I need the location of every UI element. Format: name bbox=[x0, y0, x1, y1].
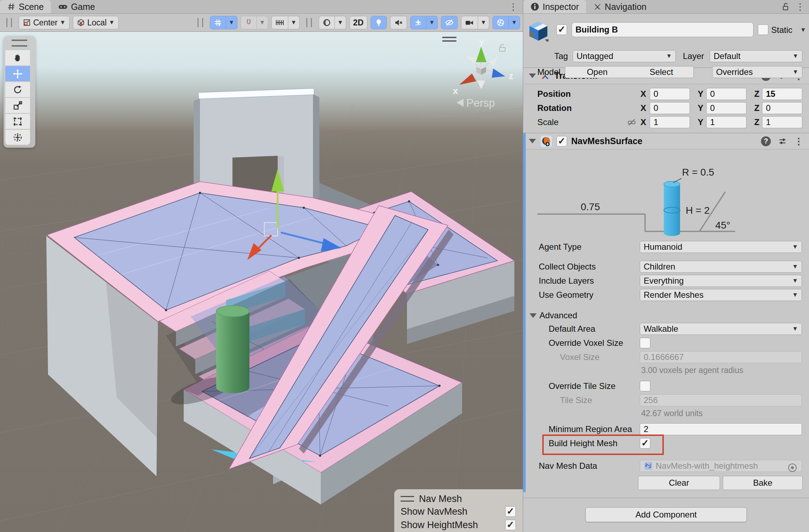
persp-label[interactable]: Persp bbox=[466, 97, 495, 109]
position-y-value: 0 bbox=[710, 89, 715, 99]
static-checkbox[interactable] bbox=[758, 24, 768, 35]
lighting-toggle[interactable] bbox=[371, 16, 387, 29]
show-heightmesh-checkbox[interactable] bbox=[505, 520, 516, 530]
grid-visibility-button[interactable]: Y bbox=[210, 16, 226, 29]
link-broken-icon[interactable] bbox=[627, 118, 636, 127]
position-x-value: 0 bbox=[654, 89, 658, 99]
chevron-down-icon: ▼ bbox=[429, 19, 435, 26]
layer-dropdown[interactable]: Default▼ bbox=[710, 50, 802, 62]
diagram-radius-label: R = 0.5 bbox=[682, 167, 714, 178]
foldout-icon[interactable] bbox=[529, 139, 536, 143]
object-picker-icon[interactable] bbox=[788, 463, 797, 472]
position-y-field[interactable]: 0 bbox=[706, 88, 746, 100]
nav-mesh-data-field[interactable]: NavMesh-with_heightmesh bbox=[640, 460, 802, 472]
min-region-field[interactable]: 2 bbox=[640, 423, 802, 435]
agent-type-dropdown[interactable]: Humanoid▼ bbox=[640, 241, 802, 253]
include-layers-dropdown[interactable]: Everything▼ bbox=[640, 275, 802, 287]
chevron-down-icon: ▼ bbox=[259, 19, 265, 26]
tool-hand[interactable] bbox=[5, 50, 30, 65]
collect-objects-dropdown[interactable]: Children▼ bbox=[640, 261, 802, 273]
snap-options-caret[interactable]: ▼ bbox=[257, 16, 268, 29]
draw-mode-caret[interactable]: ▼ bbox=[335, 16, 346, 29]
voxel-size-row: Voxel Size 0.1666667 bbox=[523, 350, 809, 364]
chevron-down-icon: ▼ bbox=[511, 19, 517, 26]
tool-rect[interactable] bbox=[5, 114, 30, 129]
static-caret-icon[interactable]: ▼ bbox=[800, 26, 806, 34]
scene-tab-menu-icon[interactable]: ⋮ bbox=[509, 2, 518, 11]
snap-increment-button[interactable] bbox=[271, 16, 288, 29]
nav-mesh-data-row: Nav Mesh Data NavMesh-with_heightmesh bbox=[523, 459, 809, 473]
rotation-z-field[interactable]: 0 bbox=[762, 102, 802, 114]
draw-mode-button[interactable] bbox=[319, 16, 335, 29]
clear-label: Clear bbox=[669, 478, 689, 488]
overlay-grip-icon[interactable] bbox=[401, 496, 414, 502]
tag-dropdown[interactable]: Untagged▼ bbox=[573, 50, 676, 62]
clear-button[interactable]: Clear bbox=[638, 476, 720, 490]
bake-button[interactable]: Bake bbox=[723, 476, 803, 490]
2d-toggle[interactable]: 2D bbox=[349, 16, 367, 29]
scene-viewport[interactable]: y x z Persp bbox=[0, 32, 523, 532]
model-open-button[interactable]: Open bbox=[565, 66, 630, 78]
scale-z-value: 1 bbox=[766, 117, 770, 127]
camera-settings-caret[interactable]: ▼ bbox=[478, 16, 489, 29]
foldout-icon[interactable] bbox=[529, 73, 536, 78]
tool-move[interactable] bbox=[5, 66, 30, 81]
tool-transform[interactable] bbox=[5, 130, 30, 145]
axis-y-label: Y bbox=[698, 89, 703, 99]
tab-game[interactable]: Game bbox=[51, 0, 102, 13]
tool-scale[interactable] bbox=[5, 98, 30, 113]
inspector-menu-icon[interactable]: ⋮ bbox=[796, 2, 805, 11]
rotation-y-field[interactable]: 0 bbox=[706, 102, 746, 114]
gizmos-toggle[interactable] bbox=[492, 16, 509, 29]
gizmo-center-handle[interactable] bbox=[264, 223, 278, 236]
snap-button[interactable] bbox=[241, 16, 257, 29]
lock-icon[interactable] bbox=[781, 2, 790, 11]
pivot-dropdown[interactable]: Center▼ bbox=[19, 16, 70, 29]
tab-navigation[interactable]: Navigation bbox=[586, 0, 654, 13]
snap-increment-caret[interactable]: ▼ bbox=[288, 16, 300, 29]
scale-z-field[interactable]: 1 bbox=[762, 116, 802, 128]
tab-inspector[interactable]: Inspector bbox=[523, 0, 586, 13]
effects-toggle[interactable] bbox=[410, 16, 426, 29]
gameobject-enabled-checkbox[interactable] bbox=[556, 24, 567, 35]
override-tile-checkbox[interactable] bbox=[640, 381, 650, 391]
override-voxel-checkbox[interactable] bbox=[640, 338, 650, 348]
camera-settings-button[interactable] bbox=[461, 16, 478, 29]
tool-rotate[interactable] bbox=[5, 82, 30, 97]
gameobject-name-field[interactable]: Building B bbox=[572, 22, 754, 37]
scale-x-field[interactable]: 1 bbox=[650, 116, 690, 128]
position-z-value: 15 bbox=[766, 89, 775, 99]
audio-toggle[interactable] bbox=[390, 16, 407, 29]
default-area-dropdown[interactable]: Walkable▼ bbox=[640, 323, 802, 335]
tools-overlay bbox=[4, 36, 35, 148]
tab-scene[interactable]: Scene bbox=[0, 0, 51, 13]
scene-visibility-toggle[interactable] bbox=[441, 16, 458, 29]
presets-icon[interactable] bbox=[778, 137, 787, 146]
toolbar-grip[interactable] bbox=[6, 18, 12, 27]
build-height-mesh-checkbox[interactable] bbox=[640, 438, 650, 449]
use-geometry-dropdown[interactable]: Render Meshes▼ bbox=[640, 289, 802, 301]
help-icon[interactable]: ? bbox=[761, 136, 771, 146]
toolbar-grip[interactable] bbox=[306, 18, 312, 27]
overrides-dropdown[interactable]: Overrides▼ bbox=[712, 66, 802, 78]
component-enabled-checkbox[interactable] bbox=[556, 136, 567, 147]
show-navmesh-checkbox[interactable] bbox=[505, 506, 516, 517]
tile-size-value: 256 bbox=[644, 395, 658, 405]
palette-grip[interactable] bbox=[12, 40, 27, 47]
position-x-field[interactable]: 0 bbox=[650, 88, 690, 100]
navmeshsurface-header[interactable]: NavMeshSurface ? ⋮ bbox=[523, 133, 809, 149]
model-select-button[interactable]: Select bbox=[629, 66, 694, 78]
effects-caret[interactable]: ▼ bbox=[426, 16, 438, 29]
scale-y-field[interactable]: 1 bbox=[706, 116, 746, 128]
advanced-foldout[interactable]: Advanced bbox=[523, 309, 809, 322]
orientation-dropdown[interactable]: Local▼ bbox=[73, 16, 119, 29]
navmesh-overlay-header[interactable]: Nav Mesh bbox=[401, 493, 516, 505]
grid-options-caret[interactable]: ▼ bbox=[226, 16, 237, 29]
gizmos-caret[interactable]: ▼ bbox=[509, 16, 520, 29]
component-menu-icon[interactable]: ⋮ bbox=[794, 137, 803, 146]
position-z-field[interactable]: 15 bbox=[762, 88, 802, 100]
add-component-button[interactable]: Add Component bbox=[585, 507, 747, 522]
rotation-x-field[interactable]: 0 bbox=[650, 102, 690, 114]
prefab-cube-icon[interactable] bbox=[528, 20, 549, 42]
toolbar-grip[interactable] bbox=[197, 18, 203, 27]
